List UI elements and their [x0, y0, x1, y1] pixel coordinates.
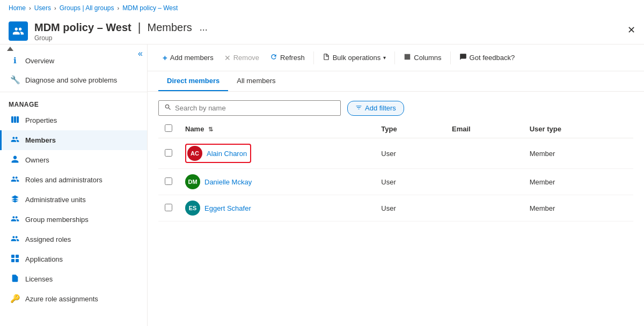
refresh-button[interactable]: Refresh: [266, 50, 309, 65]
info-icon: ℹ: [10, 56, 20, 65]
select-all-checkbox[interactable]: [165, 124, 172, 132]
sidebar-item-applications[interactable]: Applications: [0, 249, 147, 269]
sidebar-label-group-memberships: Group memberships: [25, 216, 89, 224]
user-type-cell: Member: [523, 138, 633, 169]
search-input-wrap: [158, 100, 341, 116]
toolbar-separator-1: [313, 51, 314, 64]
svg-rect-3: [17, 116, 19, 123]
sidebar-label-properties: Properties: [25, 116, 57, 124]
columns-button[interactable]: Columns: [399, 50, 445, 65]
sidebar-item-assigned-roles[interactable]: Assigned roles: [0, 229, 147, 249]
page-icon: [9, 21, 28, 41]
search-icon: [164, 103, 172, 113]
sidebar-label-assigned-roles: Assigned roles: [25, 235, 71, 243]
sidebar-item-admin-units[interactable]: Administrative units: [0, 190, 147, 210]
sidebar-item-azure-roles[interactable]: 🔑 Azure role assignments: [0, 289, 147, 308]
owners-icon: [10, 155, 20, 165]
svg-rect-2: [14, 116, 16, 123]
remove-button[interactable]: ✕ Remove: [220, 50, 264, 65]
sidebar-item-licenses[interactable]: Licenses: [0, 269, 147, 289]
svg-rect-6: [11, 259, 14, 262]
page-subtitle: Group: [34, 34, 211, 42]
avatar: AC: [187, 146, 202, 161]
search-input[interactable]: [175, 104, 335, 112]
name-column-header: Name ⇅: [179, 120, 375, 138]
avatar: ES: [185, 201, 200, 216]
name-cell: ESEggert Schafer: [179, 195, 375, 221]
bulk-operations-button[interactable]: Bulk operations ▾: [318, 50, 391, 65]
main-layout: « ℹ Overview 🔧 Diagnose and solve proble…: [0, 45, 644, 326]
member-name[interactable]: Eggert Schafer: [204, 204, 251, 212]
name-cell: DMDanielle Mckay: [179, 169, 375, 195]
toolbar-separator-3: [450, 51, 451, 64]
email-cell: [445, 138, 523, 169]
remove-icon: ✕: [224, 54, 231, 62]
sidebar: « ℹ Overview 🔧 Diagnose and solve proble…: [0, 45, 148, 326]
sort-icon[interactable]: ⇅: [208, 126, 213, 132]
name-cell: ACAlain Charon: [179, 138, 375, 169]
svg-rect-7: [16, 259, 19, 262]
feedback-icon: [459, 53, 467, 62]
sidebar-label-roles-admins: Roles and administrators: [25, 176, 103, 184]
sidebar-item-roles-admins[interactable]: Roles and administrators: [0, 170, 147, 190]
properties-icon: [10, 115, 20, 125]
refresh-icon: [270, 53, 277, 62]
sidebar-item-overview[interactable]: ℹ Overview: [0, 51, 147, 70]
email-cell: [445, 169, 523, 195]
type-cell: User: [375, 195, 445, 221]
sidebar-item-members[interactable]: Members: [0, 130, 147, 150]
azure-roles-icon: 🔑: [10, 294, 20, 303]
sidebar-label-admin-units: Administrative units: [25, 196, 86, 204]
roles-icon: [10, 175, 20, 185]
sidebar-item-properties[interactable]: Properties: [0, 110, 147, 130]
member-name[interactable]: Danielle Mckay: [204, 178, 252, 186]
members-table: Name ⇅ Type Email User type ACAlain Char…: [158, 120, 633, 221]
type-column-header: Type: [375, 120, 445, 138]
ellipsis-button[interactable]: ...: [196, 21, 211, 34]
svg-marker-0: [7, 47, 13, 51]
sidebar-label-licenses: Licenses: [25, 275, 53, 283]
bulk-chevron-icon: ▾: [383, 55, 386, 61]
manage-section-label: Manage: [0, 94, 147, 110]
breadcrumb-groups[interactable]: Groups | All groups: [60, 4, 114, 12]
row-checkbox-2[interactable]: [165, 204, 172, 211]
toolbar-separator-2: [394, 51, 395, 64]
breadcrumb-home[interactable]: Home: [9, 4, 26, 12]
breadcrumb-users[interactable]: Users: [34, 4, 51, 12]
wrench-icon: 🔧: [10, 75, 20, 85]
collapse-sidebar-button[interactable]: «: [138, 49, 143, 58]
sidebar-item-diagnose[interactable]: 🔧 Diagnose and solve problems: [0, 70, 147, 90]
row-checkbox-0[interactable]: [165, 149, 172, 157]
add-members-button[interactable]: + Add members: [158, 50, 218, 65]
tab-all-members[interactable]: All members: [228, 71, 284, 91]
sidebar-item-owners[interactable]: Owners: [0, 150, 147, 170]
add-icon: +: [163, 53, 167, 62]
licenses-icon: [10, 274, 20, 284]
highlighted-name-cell: ACAlain Charon: [185, 144, 251, 163]
sidebar-label-members: Members: [25, 136, 56, 144]
assigned-roles-icon: [10, 234, 20, 244]
member-name[interactable]: Alain Charon: [207, 150, 247, 158]
members-table-wrap: Name ⇅ Type Email User type ACAlain Char…: [148, 120, 644, 221]
page-title-block: MDM policy – West | Members ... Group: [34, 20, 211, 42]
main-content: + Add members ✕ Remove Refresh: [148, 45, 644, 326]
breadcrumb-current[interactable]: MDM policy – West: [122, 4, 178, 12]
row-checkbox-1[interactable]: [165, 177, 172, 185]
admin-units-icon: [10, 195, 20, 205]
sidebar-item-group-memberships[interactable]: Group memberships: [0, 210, 147, 229]
page-header: MDM policy – West | Members ... Group ✕: [0, 16, 644, 45]
avatar: DM: [185, 174, 200, 189]
sidebar-label-overview: Overview: [25, 57, 54, 65]
scroll-up-indicator: [6, 46, 14, 51]
tab-direct-members[interactable]: Direct members: [158, 71, 228, 91]
add-filters-button[interactable]: Add filters: [347, 101, 404, 116]
user-type-cell: Member: [523, 169, 633, 195]
type-cell: User: [375, 169, 445, 195]
breadcrumb: Home › Users › Groups | All groups › MDM…: [0, 0, 644, 16]
bulk-icon: [323, 53, 330, 62]
close-button[interactable]: ✕: [627, 24, 635, 36]
feedback-button[interactable]: Got feedback?: [455, 50, 519, 65]
filter-icon: [355, 104, 362, 113]
table-row: ESEggert SchaferUserMember: [158, 195, 633, 221]
sidebar-label-owners: Owners: [25, 156, 49, 164]
